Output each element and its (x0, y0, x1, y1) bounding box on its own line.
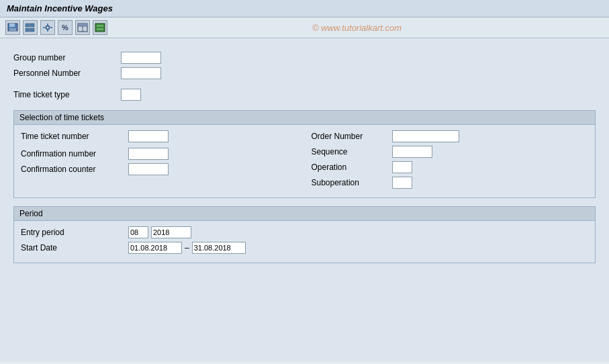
grid-button[interactable] (23, 20, 38, 35)
order-number-label: Order Number (312, 132, 392, 141)
svg-rect-3 (26, 24, 30, 27)
selection-left-col: Time ticket number Confirmation number C… (21, 130, 298, 192)
start-date-to-input[interactable] (192, 242, 246, 254)
personnel-number-row: Personnel Number (13, 67, 596, 79)
settings-button[interactable] (40, 20, 55, 35)
order-number-input[interactable] (392, 130, 459, 142)
selection-right-col: Order Number Sequence Operation Subopera… (312, 130, 589, 192)
svg-rect-5 (26, 28, 30, 32)
time-ticket-number-input[interactable] (128, 130, 169, 142)
time-ticket-type-input[interactable] (121, 89, 141, 101)
confirmation-number-row: Confirmation number (21, 148, 298, 160)
selection-group-content: Time ticket number Confirmation number C… (14, 125, 595, 197)
svg-rect-17 (95, 24, 105, 32)
svg-rect-1 (9, 24, 15, 27)
operation-row: Operation (312, 161, 589, 173)
svg-rect-19 (97, 28, 103, 30)
confirmation-counter-row: Confirmation counter (21, 163, 298, 175)
operation-input[interactable] (392, 161, 412, 173)
entry-period-inputs (128, 226, 191, 238)
start-date-label: Start Date (21, 243, 128, 253)
operation-label: Operation (312, 163, 392, 172)
percent-button[interactable]: % (58, 20, 73, 35)
confirmation-number-input[interactable] (128, 148, 169, 160)
svg-rect-2 (9, 28, 16, 31)
time-ticket-number-row: Time ticket number (21, 130, 298, 142)
selection-group-title: Selection of time tickets (14, 111, 595, 125)
suboperation-input[interactable] (392, 177, 412, 189)
entry-period-row: Entry period (21, 226, 588, 238)
personnel-number-input[interactable] (121, 67, 161, 79)
watermark: © www.tutorialkart.com (110, 23, 604, 33)
suboperation-label: Suboperation (312, 178, 392, 187)
top-form: Group number Personnel Number (13, 52, 596, 79)
table-button[interactable] (75, 20, 90, 35)
time-ticket-type-row: Time ticket type (13, 89, 596, 101)
time-ticket-type-label: Time ticket type (13, 90, 121, 99)
start-date-from-input[interactable] (128, 242, 182, 254)
suboperation-row: Suboperation (312, 177, 589, 189)
entry-period-label: Entry period (21, 228, 128, 237)
group-number-row: Group number (13, 52, 596, 64)
toolbar: % © www.tutorialkart.com (0, 17, 609, 38)
time-ticket-section: Time ticket type (13, 89, 596, 101)
main-content: Group number Personnel Number Time ticke… (0, 38, 609, 362)
entry-period-year-input[interactable] (151, 226, 191, 238)
svg-point-8 (47, 27, 49, 29)
svg-rect-4 (30, 24, 34, 27)
svg-rect-10 (47, 30, 48, 32)
svg-rect-6 (30, 28, 34, 32)
order-number-row: Order Number (312, 130, 589, 142)
sequence-input[interactable] (392, 146, 432, 158)
entry-period-month-input[interactable] (128, 226, 148, 238)
save-button[interactable] (5, 20, 20, 35)
page-title: Maintain Incentive Wages (7, 3, 602, 13)
title-bar: Maintain Incentive Wages (0, 0, 609, 17)
svg-rect-9 (47, 24, 48, 26)
group-number-input[interactable] (121, 52, 161, 64)
sequence-row: Sequence (312, 146, 589, 158)
svg-rect-18 (97, 25, 103, 27)
personnel-number-label: Personnel Number (13, 69, 121, 78)
confirmation-counter-label: Confirmation counter (21, 165, 128, 174)
confirmation-number-label: Confirmation number (21, 149, 128, 158)
period-group-box: Period Entry period Start Date – (13, 206, 596, 263)
date-range-separator: – (185, 243, 189, 253)
group-number-label: Group number (13, 53, 121, 62)
period-group-title: Period (14, 207, 595, 221)
period-group-content: Entry period Start Date – (14, 221, 595, 263)
selection-group-box: Selection of time tickets Time ticket nu… (13, 110, 596, 198)
svg-rect-11 (43, 27, 45, 28)
start-date-inputs: – (128, 242, 246, 254)
sequence-label: Sequence (312, 147, 392, 156)
confirmation-counter-input[interactable] (128, 163, 169, 175)
start-date-row: Start Date – (21, 242, 588, 254)
time-ticket-number-label: Time ticket number (21, 132, 128, 141)
selection-columns: Time ticket number Confirmation number C… (21, 130, 588, 192)
svg-rect-16 (78, 24, 87, 26)
extra-button[interactable] (93, 20, 107, 35)
svg-rect-12 (50, 27, 52, 28)
